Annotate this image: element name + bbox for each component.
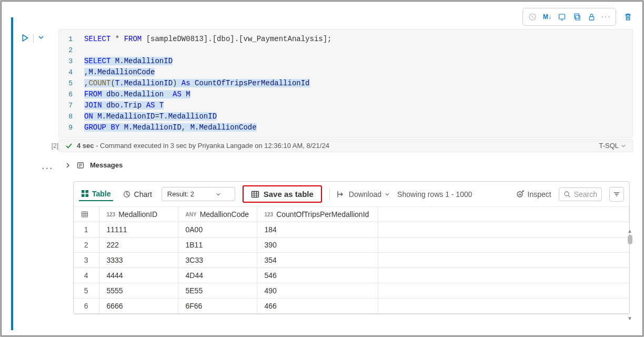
run-cell-icon[interactable] bbox=[22, 34, 29, 138]
line-number: 2 bbox=[59, 45, 84, 56]
table-row[interactable]: 333333C33354 bbox=[74, 253, 629, 268]
execution-count: [2] bbox=[6, 142, 58, 150]
line-number: 8 bbox=[59, 111, 84, 122]
column-filler bbox=[378, 207, 629, 222]
line-number: 9 bbox=[59, 122, 84, 133]
scroll-down-icon[interactable]: ▼ bbox=[627, 315, 633, 321]
line-number: 6 bbox=[59, 89, 84, 100]
svg-rect-14 bbox=[82, 212, 88, 217]
scrollbar-thumb[interactable] bbox=[628, 235, 632, 244]
svg-rect-1 bbox=[559, 14, 565, 19]
line-number: 7 bbox=[59, 100, 84, 111]
active-cell-indicator bbox=[11, 17, 13, 330]
download-button[interactable]: Download bbox=[337, 190, 390, 199]
more-icon[interactable]: ··· bbox=[599, 9, 613, 24]
status-text: - Command executed in 3 sec by Priyanka … bbox=[94, 142, 329, 150]
delete-cell-icon[interactable] bbox=[620, 9, 635, 24]
chart-icon bbox=[123, 190, 131, 199]
cell-toolbar: M↓ ··· bbox=[6, 5, 638, 26]
results-panel: Table Chart Result: 2 Save as table bbox=[73, 181, 630, 314]
scroll-up-icon[interactable]: ▲ bbox=[627, 228, 633, 234]
code-editor[interactable]: 1SELECT * FROM [sampleDW0813].[dbo].[vw_… bbox=[58, 29, 633, 138]
search-icon bbox=[564, 191, 571, 198]
row-header-icon-cell[interactable] bbox=[74, 207, 99, 222]
messages-icon bbox=[76, 161, 85, 170]
copy-cell-icon[interactable] bbox=[569, 9, 584, 24]
svg-rect-4 bbox=[589, 16, 593, 20]
svg-point-13 bbox=[565, 192, 569, 196]
result-selector[interactable]: Result: 2 bbox=[162, 187, 235, 201]
inspect-button[interactable]: Inspect bbox=[516, 190, 551, 199]
duration-label: 4 sec bbox=[77, 142, 94, 150]
line-number: 4 bbox=[59, 67, 84, 78]
svg-rect-9 bbox=[86, 194, 89, 197]
table-row[interactable]: 22221B11390 bbox=[74, 237, 629, 253]
column-header[interactable]: ANYMedallionCode bbox=[178, 207, 257, 222]
cell-more-icon[interactable]: ··· bbox=[6, 156, 58, 174]
lock-icon[interactable] bbox=[584, 9, 599, 24]
table-row[interactable]: 555555E55490 bbox=[74, 283, 629, 299]
line-number: 1 bbox=[59, 34, 84, 45]
svg-rect-11 bbox=[251, 191, 258, 197]
check-icon bbox=[65, 142, 73, 150]
divider bbox=[329, 189, 330, 200]
messages-label: Messages bbox=[90, 161, 123, 169]
column-header[interactable]: 123CountOfTripsPerMedallionId bbox=[257, 207, 378, 222]
grid-icon bbox=[251, 190, 259, 199]
svg-rect-3 bbox=[576, 15, 580, 20]
results-toolbar: Table Chart Result: 2 Save as table bbox=[74, 182, 629, 207]
line-number: 3 bbox=[59, 56, 84, 67]
svg-rect-8 bbox=[82, 194, 85, 197]
language-selector[interactable]: T-SQL bbox=[599, 142, 626, 150]
save-as-table-button[interactable]: Save as table bbox=[243, 185, 322, 203]
divider bbox=[33, 34, 34, 43]
run-options-chevron-icon[interactable] bbox=[38, 34, 44, 138]
cell-toolbar-group: M↓ ··· bbox=[522, 8, 616, 26]
table-row[interactable]: 444444D44546 bbox=[74, 268, 629, 283]
filter-icon[interactable] bbox=[609, 187, 624, 202]
tab-chart[interactable]: Chart bbox=[120, 188, 154, 201]
svg-rect-7 bbox=[86, 190, 89, 193]
table-icon bbox=[81, 190, 89, 197]
tab-table[interactable]: Table bbox=[79, 187, 113, 201]
line-number: 5 bbox=[59, 78, 84, 89]
table-row[interactable]: 1111110A00184 bbox=[74, 222, 629, 237]
grid-small-icon bbox=[81, 211, 88, 218]
svg-rect-2 bbox=[575, 14, 579, 18]
cell-language-icon[interactable] bbox=[525, 9, 540, 24]
table-row[interactable]: 666666F66466 bbox=[74, 299, 629, 314]
markdown-toggle-icon[interactable]: M↓ bbox=[540, 9, 555, 24]
expand-chevron-icon[interactable] bbox=[65, 162, 71, 168]
clear-output-icon[interactable] bbox=[555, 9, 569, 24]
column-header[interactable]: 123MedallionID bbox=[99, 207, 178, 222]
execution-status-bar: 4 sec - Command executed in 3 sec by Pri… bbox=[58, 139, 633, 152]
svg-rect-6 bbox=[82, 190, 85, 193]
search-input[interactable]: Search bbox=[559, 187, 602, 201]
rows-showing-label: Showing rows 1 - 1000 bbox=[397, 190, 472, 199]
results-table: 123MedallionIDANYMedallionCode123CountOf… bbox=[74, 207, 629, 314]
